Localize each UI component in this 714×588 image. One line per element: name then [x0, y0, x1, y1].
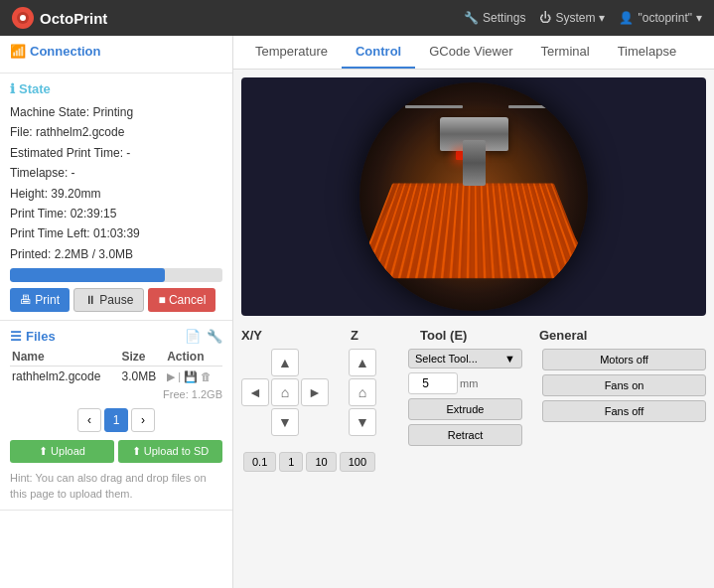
- retract-button[interactable]: Retract: [408, 424, 522, 446]
- navbar-right: 🔧 Settings ⏻ System ▾ 👤 "octoprint" ▾: [464, 11, 702, 25]
- prev-page-button[interactable]: ‹: [77, 408, 101, 432]
- xy-grid: ▲ ◄ ⌂ ► ▼: [241, 349, 331, 436]
- printer-head: [440, 117, 508, 152]
- print-time: Print Time: 02:39:15: [10, 204, 222, 223]
- free-space: Free: 1.2GB: [10, 388, 222, 400]
- general-label: General: [539, 328, 706, 343]
- control-panel: X/Y Z Tool (E) General ▲ ◄ ⌂ ►: [233, 324, 714, 588]
- xy-home-button[interactable]: ⌂: [271, 378, 299, 406]
- xy-right-button[interactable]: ►: [301, 378, 329, 406]
- connection-label: Connection: [30, 44, 101, 59]
- tool-controls: Select Tool... ▼ mm Extrude Retract: [408, 349, 522, 446]
- state-header: ℹ State: [10, 81, 222, 96]
- tab-timelapse[interactable]: Timelapse: [604, 36, 690, 69]
- user-icon: 👤: [619, 11, 634, 25]
- file-name: rathhelm2.gcode: [10, 367, 119, 387]
- navbar: OctoPrint 🔧 Settings ⏻ System ▾ 👤 "octop…: [0, 0, 714, 36]
- upload-button[interactable]: ⬆ Upload: [10, 440, 114, 463]
- select-tool-button[interactable]: Select Tool... ▼: [408, 349, 522, 368]
- tab-terminal[interactable]: Terminal: [527, 36, 604, 69]
- files-label-header: ☰ Files: [10, 329, 56, 344]
- app-name: OctoPrint: [40, 10, 107, 27]
- divider: |: [178, 370, 181, 382]
- col-name: Name: [10, 348, 119, 367]
- files-section: ☰ Files 📄 🔧 Name Size Action: [0, 321, 232, 511]
- tool-amount-input[interactable]: [408, 372, 458, 394]
- general-controls: Motors off Fans on Fans off: [542, 349, 706, 422]
- tab-temperature[interactable]: Temperature: [241, 36, 342, 69]
- xy-empty-bl: [241, 408, 269, 436]
- step-100-button[interactable]: 100: [340, 452, 375, 472]
- page-1-button[interactable]: 1: [104, 408, 128, 432]
- step-10-button[interactable]: 10: [306, 452, 336, 472]
- fans-on-button[interactable]: Fans on: [542, 374, 706, 396]
- z-label: Z: [351, 328, 420, 343]
- table-row: rathhelm2.gcode 3.0MB ▶ | 💾 🗑: [10, 367, 222, 387]
- tool-dropdown-icon: ▼: [504, 353, 515, 365]
- pause-button[interactable]: ⏸ Pause: [73, 288, 144, 312]
- files-icons: 📄 🔧: [185, 329, 222, 344]
- wrench-icon[interactable]: 🔧: [207, 329, 222, 344]
- delete-icon[interactable]: 🗑: [201, 370, 212, 382]
- z-controls: ▲ ⌂ ▼: [349, 349, 388, 436]
- svg-point-1: [20, 15, 26, 21]
- pagination: ‹ 1 ›: [10, 408, 222, 432]
- drag-hint: Hint: You can also drag and drop files o…: [10, 471, 222, 502]
- next-page-button[interactable]: ›: [131, 408, 155, 432]
- progress-bar-fill: [10, 268, 165, 282]
- info-icon: ℹ: [10, 81, 15, 96]
- connection-section: 📶 Connection: [0, 36, 232, 74]
- files-table: Name Size Action rathhelm2.gcode 3.0MB ▶…: [10, 348, 222, 386]
- extrude-button[interactable]: Extrude: [408, 398, 522, 420]
- app-logo-icon: [12, 7, 34, 29]
- xy-controls: ▲ ◄ ⌂ ► ▼: [241, 349, 343, 436]
- sd-icon[interactable]: 💾: [184, 370, 198, 383]
- sidebar: 📶 Connection ℹ State Machine State: Prin…: [0, 36, 233, 588]
- state-details: Machine State: Printing File: rathhelm2.…: [10, 102, 222, 264]
- user-dropdown-icon: ▾: [696, 11, 702, 25]
- z-up-button[interactable]: ▲: [349, 349, 376, 376]
- gantry-bar: [405, 105, 463, 108]
- file-actions: ▶ | 💾 🗑: [165, 367, 222, 387]
- xy-left-button[interactable]: ◄: [241, 378, 269, 406]
- heat-zone: [456, 151, 479, 160]
- file-icon[interactable]: 📄: [185, 329, 201, 344]
- load-icon[interactable]: ▶: [167, 370, 175, 383]
- settings-link[interactable]: 🔧 Settings: [464, 11, 525, 25]
- upload-sd-button[interactable]: ⬆ Upload to SD: [118, 440, 222, 463]
- fans-off-button[interactable]: Fans off: [542, 400, 706, 422]
- estimated-print-time: Estimated Print Time: -: [10, 143, 222, 163]
- main-container: 📶 Connection ℹ State Machine State: Prin…: [0, 36, 714, 588]
- system-link[interactable]: ⏻ System ▾: [539, 11, 605, 25]
- xy-empty-tl: [241, 349, 269, 376]
- col-size: Size: [119, 348, 165, 367]
- tab-control[interactable]: Control: [342, 36, 415, 69]
- files-header: ☰ Files 📄 🔧: [10, 329, 222, 344]
- step-01-button[interactable]: 0.1: [243, 452, 276, 472]
- print-button[interactable]: 🖶 Print: [10, 288, 70, 312]
- xy-empty-tr: [301, 349, 329, 376]
- tool-unit: mm: [460, 377, 478, 389]
- z-down-button[interactable]: ▼: [349, 408, 376, 436]
- power-icon: ⏻: [539, 11, 551, 25]
- progress-bar-wrap: [10, 268, 222, 282]
- user-link[interactable]: 👤 "octoprint" ▾: [619, 11, 702, 25]
- cancel-button[interactable]: ■ Cancel: [148, 288, 215, 312]
- state-section: ℹ State Machine State: Printing File: ra…: [0, 74, 232, 321]
- z-home-button[interactable]: ⌂: [349, 378, 376, 406]
- gantry-bar-2: [508, 105, 566, 108]
- app-brand: OctoPrint: [12, 7, 107, 29]
- tab-gcode-viewer[interactable]: GCode Viewer: [415, 36, 526, 69]
- print-time-left: Print Time Left: 01:03:39: [10, 223, 222, 243]
- upload-buttons: ⬆ Upload ⬆ Upload to SD: [10, 440, 222, 463]
- xy-down-button[interactable]: ▼: [271, 408, 299, 436]
- step-sizes-row: 0.1 1 10 100: [241, 452, 706, 472]
- step-1-button[interactable]: 1: [279, 452, 303, 472]
- content-area: Temperature Control GCode Viewer Termina…: [233, 36, 714, 588]
- list-icon: ☰: [10, 329, 22, 344]
- signal-icon: 📶: [10, 44, 26, 59]
- motors-off-button[interactable]: Motors off: [542, 349, 706, 370]
- xy-up-button[interactable]: ▲: [271, 349, 299, 376]
- tool-amount-row: mm: [408, 372, 522, 394]
- height-state: Height: 39.20mm: [10, 184, 222, 204]
